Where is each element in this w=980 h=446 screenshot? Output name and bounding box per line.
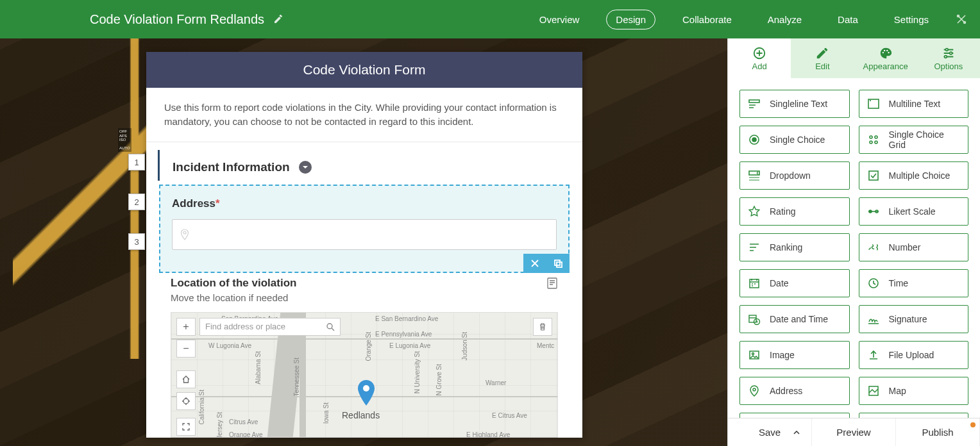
svg-point-35 (753, 388, 756, 391)
svg-point-27 (869, 210, 872, 213)
pin-icon (180, 229, 189, 240)
form-title[interactable]: Code Violation Form (146, 52, 582, 88)
nav-design[interactable]: Design (606, 10, 655, 29)
svg-point-2 (183, 231, 186, 234)
mode-tabs: Add Edit Appearance Options (728, 38, 980, 78)
tab-add[interactable]: Add (728, 38, 791, 78)
qt-date-and-time[interactable]: Date and Time (739, 305, 850, 333)
search-icon (326, 322, 335, 331)
handle-2[interactable]: 2 (128, 194, 145, 210)
svg-point-16 (944, 55, 947, 58)
tools-icon[interactable] (956, 13, 967, 25)
sliders-icon (942, 46, 956, 60)
svg-point-11 (884, 49, 885, 51)
question-address[interactable]: Address* (159, 185, 570, 273)
save-button[interactable]: Save (728, 418, 812, 446)
svg-rect-17 (749, 100, 759, 103)
required-asterisk: * (215, 197, 220, 210)
svg-point-15 (950, 52, 952, 54)
map-pin-icon[interactable] (357, 380, 375, 406)
svg-rect-31 (749, 315, 756, 322)
address-label: Address* (172, 197, 557, 210)
tab-options[interactable]: Options (917, 38, 980, 78)
qt-website[interactable]: Website (859, 413, 969, 418)
qt-image[interactable]: Image (739, 341, 850, 369)
question-order-handles: 1 2 3 (128, 154, 145, 250)
svg-point-22 (875, 136, 877, 138)
svg-point-20 (752, 138, 756, 142)
qt-single-choice[interactable]: Single Choice (739, 126, 850, 154)
qt-multiple-choice[interactable]: Multiple Choice (859, 161, 969, 190)
duplicate-question-button[interactable] (546, 254, 570, 273)
map-secondary-controls (176, 370, 196, 436)
svg-point-10 (882, 51, 883, 53)
location-hint: Move the location if needed (171, 292, 558, 303)
fullscreen-button[interactable] (176, 418, 196, 436)
nav-data[interactable]: Data (829, 10, 867, 29)
locate-button[interactable] (176, 392, 196, 410)
handle-3[interactable]: 3 (128, 233, 145, 250)
pencil-icon[interactable] (273, 14, 283, 24)
qt-number[interactable]: Number (859, 233, 969, 261)
svg-rect-26 (869, 171, 878, 180)
section-incident-info[interactable]: Incident Information (158, 150, 582, 181)
handle-1[interactable]: 1 (128, 154, 145, 170)
svg-point-34 (752, 353, 754, 355)
unsaved-indicator-icon (970, 422, 976, 427)
plus-circle-icon (752, 46, 766, 60)
svg-point-8 (327, 324, 332, 329)
nav-collaborate[interactable]: Collaborate (673, 10, 741, 29)
map-search-input[interactable]: Find address or place (199, 318, 341, 336)
form-preview-panel: Code Violation Form Use this form to rep… (146, 52, 582, 438)
map-city-label: Redlands (342, 410, 380, 420)
notes-icon[interactable] (546, 277, 558, 290)
svg-point-12 (886, 49, 888, 51)
qt-file-upload[interactable]: File Upload (859, 341, 969, 369)
qt-likert-scale[interactable]: Likert Scale (859, 197, 969, 226)
map-widget[interactable]: San Bernardino Ave E San Bernardino Ave … (171, 312, 558, 438)
map-zoom-controls: + − (176, 318, 196, 358)
tab-edit[interactable]: Edit (791, 38, 854, 78)
qt-multiline-text[interactable]: Multiline Text (859, 90, 969, 118)
qt-dropdown[interactable]: Dropdown (739, 161, 850, 190)
survey-title-wrap: Code Violation Form Redlands (90, 12, 283, 27)
location-label: Location of the violation (171, 277, 296, 290)
close-icon (530, 258, 540, 268)
chevron-down-icon[interactable] (299, 161, 312, 174)
tab-appearance[interactable]: Appearance (854, 38, 917, 78)
svg-point-6 (363, 385, 369, 392)
address-input[interactable] (172, 219, 557, 250)
camera-overlay-badge: OFFAFSISOAUTO (118, 128, 131, 152)
qt-time[interactable]: Time (859, 269, 969, 297)
qt-ranking[interactable]: Ranking (739, 233, 850, 261)
qt-single-choice-grid[interactable]: Single Choice Grid (859, 126, 969, 154)
form-intro-text[interactable]: Use this form to report code violations … (146, 88, 582, 142)
qt-rating[interactable]: Rating (739, 197, 850, 226)
svg-rect-4 (557, 262, 562, 267)
qt-address[interactable]: Address (739, 377, 850, 405)
qt-email[interactable]: Email (739, 413, 850, 418)
copy-icon (553, 258, 563, 268)
question-location[interactable]: Location of the violation Move the locat… (146, 273, 582, 438)
publish-button[interactable]: Publish (896, 418, 980, 446)
selection-actions (523, 254, 570, 273)
survey-title: Code Violation Form Redlands (90, 12, 264, 27)
qt-signature[interactable]: Signature (859, 305, 969, 333)
delete-question-button[interactable] (523, 254, 546, 273)
section-label: Incident Information (173, 160, 290, 174)
preview-button[interactable]: Preview (812, 418, 896, 446)
location-label-wrap: Location of the violation (171, 277, 558, 290)
nav-analyze[interactable]: Analyze (759, 10, 811, 29)
qt-date[interactable]: Date (739, 269, 850, 297)
qt-singleline-text[interactable]: Singleline Text (739, 90, 850, 118)
home-button[interactable] (176, 370, 196, 388)
zoom-in-button[interactable]: + (176, 318, 196, 336)
nav-overview[interactable]: Overview (530, 10, 589, 29)
svg-rect-5 (548, 278, 557, 288)
nav-settings[interactable]: Settings (885, 10, 938, 29)
top-nav: Overview Design Collaborate Analyze Data… (530, 10, 967, 29)
map-clear-button[interactable] (533, 318, 552, 336)
zoom-out-button[interactable]: − (176, 340, 196, 358)
svg-point-21 (870, 136, 872, 138)
qt-map[interactable]: Map (859, 377, 969, 405)
